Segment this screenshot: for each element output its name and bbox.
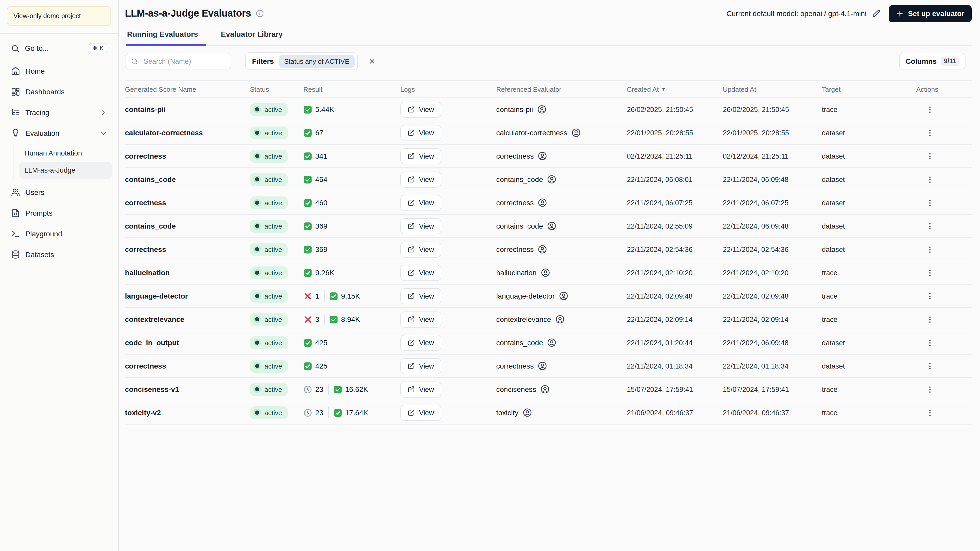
target: dataset — [822, 129, 916, 137]
kebab-menu-icon — [925, 105, 934, 114]
column-header-updated-at: Updated At — [723, 85, 822, 93]
result-cell: 5.44K — [303, 105, 400, 114]
sidebar-item-users[interactable]: Users — [6, 182, 112, 203]
success-icon — [303, 175, 312, 184]
updated-at: 22/11/2024, 01:18:34 — [723, 362, 822, 370]
sidebar-item-label: Tracing — [25, 109, 49, 117]
view-logs-button[interactable]: View — [400, 125, 441, 141]
row-actions-button[interactable] — [923, 125, 937, 140]
generated-score-name: contains_code — [125, 222, 250, 230]
referenced-evaluator: hallucination — [496, 268, 627, 277]
table-row: hallucinationactive9.26KViewhallucinatio… — [125, 261, 972, 284]
sidebar-item-prompts[interactable]: Prompts — [6, 203, 112, 224]
view-logs-button[interactable]: View — [400, 358, 441, 374]
row-actions-button[interactable] — [923, 382, 937, 397]
view-logs-button[interactable]: View — [400, 241, 441, 257]
row-actions-button[interactable] — [923, 312, 937, 327]
view-logs-button[interactable]: View — [400, 381, 441, 397]
row-actions-button[interactable] — [923, 195, 937, 210]
status-cell: active — [250, 383, 303, 396]
filters-button[interactable]: Filters Status any of ACTIVE — [245, 52, 358, 70]
generated-score-name: hallucination — [125, 268, 250, 277]
columns-button[interactable]: Columns 9/11 — [899, 53, 966, 70]
updated-at: 26/02/2025, 21:50:45 — [723, 105, 822, 113]
tab-evaluator-library[interactable]: Evaluator Library — [220, 27, 291, 46]
column-header-generated-score-name: Generated Score Name — [125, 85, 250, 93]
column-header-created-at[interactable]: Created At▼ — [627, 85, 723, 93]
status-dot-icon — [253, 152, 261, 160]
tab-running-evaluators[interactable]: Running Evaluators — [126, 27, 206, 46]
view-logs-button[interactable]: View — [400, 405, 441, 421]
view-logs-button[interactable]: View — [400, 218, 441, 234]
updated-at: 22/11/2024, 06:09:48 — [723, 175, 822, 183]
created-at: 26/02/2025, 21:50:45 — [627, 105, 723, 113]
sidebar-item-dashboards[interactable]: Dashboards — [6, 82, 112, 102]
status-label: active — [264, 222, 282, 230]
sidebar-item-llm-as-a-judge[interactable]: LLM-as-a-Judge — [19, 162, 112, 179]
referenced-evaluator: correctness — [496, 245, 627, 254]
result-success: 369 — [303, 245, 328, 254]
status-badge: active — [250, 383, 288, 396]
evaluation-icon — [11, 129, 20, 138]
user-circle-icon — [523, 408, 532, 417]
row-actions-button[interactable] — [923, 149, 937, 163]
search-box[interactable] — [125, 53, 231, 70]
header-right: Current default model: openai / gpt-4.1-… — [727, 5, 972, 22]
referenced-evaluator-name: language-detector — [496, 292, 555, 300]
edit-default-model-button[interactable] — [872, 10, 880, 17]
set-up-evaluator-button[interactable]: Set up evaluator — [889, 5, 972, 22]
sidebar-item-label: Dashboards — [25, 88, 65, 96]
kebab-menu-icon — [925, 175, 934, 184]
view-label: View — [419, 362, 434, 370]
result-cell: 67 — [303, 128, 400, 137]
sidebar-item-evaluation[interactable]: Evaluation — [6, 123, 112, 144]
status-dot-icon — [253, 339, 261, 346]
sidebar-item-datasets[interactable]: Datasets — [6, 245, 112, 265]
row-actions-button[interactable] — [923, 289, 937, 303]
kebab-menu-icon — [925, 245, 934, 254]
created-at: 22/11/2024, 02:10:20 — [627, 269, 723, 276]
success-icon — [303, 222, 312, 230]
view-logs-button[interactable]: View — [400, 335, 441, 351]
view-logs-button[interactable]: View — [400, 171, 441, 187]
view-logs-button[interactable]: View — [400, 311, 441, 327]
sidebar-item-label: Datasets — [25, 251, 54, 259]
search-input[interactable] — [143, 57, 226, 65]
kebab-menu-icon — [925, 152, 934, 160]
demo-project-link[interactable]: demo project — [43, 13, 81, 20]
result-value: 9.26K — [315, 268, 334, 277]
row-actions-button[interactable] — [923, 335, 937, 350]
status-dot-icon — [253, 269, 261, 276]
generated-score-name: correctness — [125, 362, 250, 370]
row-actions-button[interactable] — [923, 102, 937, 117]
row-actions-button[interactable] — [923, 265, 937, 280]
sidebar-item-playground[interactable]: Playground — [6, 224, 112, 245]
external-link-icon — [407, 176, 415, 183]
referenced-evaluator-name: correctness — [496, 362, 534, 370]
sidebar-item-tracing[interactable]: Tracing — [6, 102, 112, 123]
logs-cell: View — [400, 358, 496, 374]
view-logs-button[interactable]: View — [400, 101, 441, 118]
view-logs-button[interactable]: View — [400, 195, 441, 211]
view-logs-button[interactable]: View — [400, 148, 441, 164]
row-actions-button[interactable] — [923, 219, 937, 233]
column-header-label: Actions — [916, 85, 938, 93]
goto-search[interactable]: Go to... ⌘ K — [6, 39, 112, 58]
user-circle-icon — [547, 175, 557, 184]
sidebar-item-human-annotation[interactable]: Human Annotation — [19, 145, 112, 162]
pending-icon — [303, 385, 312, 394]
result-divider — [328, 384, 328, 395]
clear-filters-button[interactable] — [364, 53, 380, 69]
filter-chip[interactable]: Status any of ACTIVE — [279, 55, 355, 68]
row-actions-button[interactable] — [923, 172, 937, 187]
logs-cell: View — [400, 265, 496, 281]
view-logs-button[interactable]: View — [400, 265, 441, 281]
row-actions-button[interactable] — [923, 359, 937, 373]
row-actions-button[interactable] — [923, 405, 937, 420]
view-only-banner: View-only demo project — [7, 6, 111, 26]
info-icon[interactable] — [256, 10, 264, 17]
view-logs-button[interactable]: View — [400, 288, 441, 304]
row-actions-button[interactable] — [923, 242, 937, 257]
sidebar-item-home[interactable]: Home — [6, 61, 112, 82]
result-cell: 369 — [303, 245, 400, 254]
